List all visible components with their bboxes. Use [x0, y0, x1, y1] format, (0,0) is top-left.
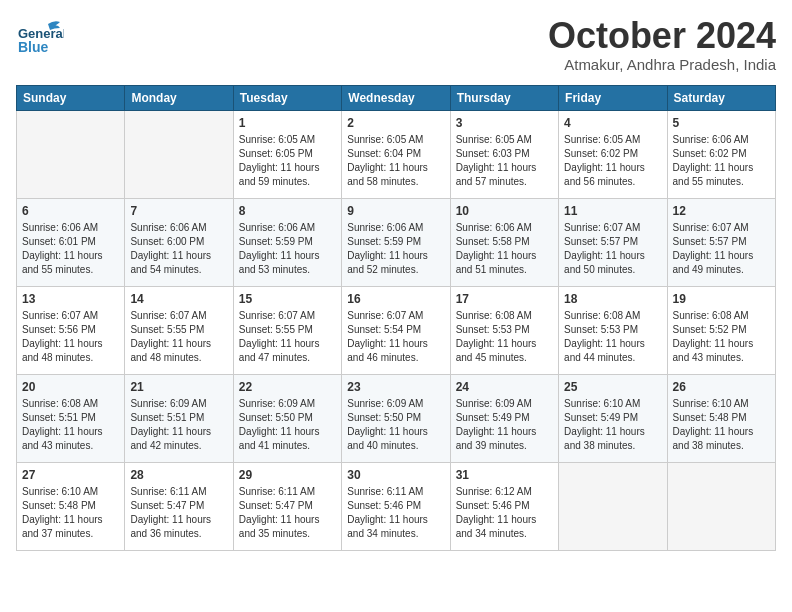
weekday-header-thursday: Thursday: [450, 85, 558, 110]
day-info: Sunset: 5:54 PM: [347, 323, 444, 337]
day-number: 17: [456, 291, 553, 308]
day-info: Sunset: 5:59 PM: [239, 235, 336, 249]
day-number: 18: [564, 291, 661, 308]
logo: General Blue: [16, 16, 64, 64]
day-info: Daylight: 11 hours and 34 minutes.: [347, 513, 444, 541]
weekday-header-monday: Monday: [125, 85, 233, 110]
day-info: Sunrise: 6:09 AM: [456, 397, 553, 411]
day-info: Sunrise: 6:05 AM: [564, 133, 661, 147]
day-info: Sunrise: 6:10 AM: [564, 397, 661, 411]
day-info: Sunrise: 6:06 AM: [347, 221, 444, 235]
day-info: Sunrise: 6:09 AM: [130, 397, 227, 411]
calendar-cell: 18Sunrise: 6:08 AMSunset: 5:53 PMDayligh…: [559, 286, 667, 374]
calendar-cell: 7Sunrise: 6:06 AMSunset: 6:00 PMDaylight…: [125, 198, 233, 286]
weekday-header-saturday: Saturday: [667, 85, 775, 110]
day-info: Sunset: 6:02 PM: [564, 147, 661, 161]
svg-text:Blue: Blue: [18, 39, 49, 55]
day-number: 6: [22, 203, 119, 220]
day-info: Sunrise: 6:09 AM: [347, 397, 444, 411]
calendar-cell: [17, 110, 125, 198]
day-number: 14: [130, 291, 227, 308]
day-info: Daylight: 11 hours and 54 minutes.: [130, 249, 227, 277]
day-info: Daylight: 11 hours and 59 minutes.: [239, 161, 336, 189]
day-info: Sunrise: 6:06 AM: [239, 221, 336, 235]
day-info: Sunset: 5:56 PM: [22, 323, 119, 337]
calendar-cell: 6Sunrise: 6:06 AMSunset: 6:01 PMDaylight…: [17, 198, 125, 286]
calendar-week-4: 20Sunrise: 6:08 AMSunset: 5:51 PMDayligh…: [17, 374, 776, 462]
weekday-header-friday: Friday: [559, 85, 667, 110]
day-info: Sunset: 5:53 PM: [564, 323, 661, 337]
calendar-cell: 4Sunrise: 6:05 AMSunset: 6:02 PMDaylight…: [559, 110, 667, 198]
day-info: Sunset: 5:47 PM: [239, 499, 336, 513]
day-info: Sunrise: 6:06 AM: [130, 221, 227, 235]
day-info: Daylight: 11 hours and 46 minutes.: [347, 337, 444, 365]
calendar-cell: 30Sunrise: 6:11 AMSunset: 5:46 PMDayligh…: [342, 462, 450, 550]
calendar-cell: 14Sunrise: 6:07 AMSunset: 5:55 PMDayligh…: [125, 286, 233, 374]
day-number: 10: [456, 203, 553, 220]
day-info: Sunset: 6:02 PM: [673, 147, 770, 161]
day-number: 5: [673, 115, 770, 132]
calendar-week-1: 1Sunrise: 6:05 AMSunset: 6:05 PMDaylight…: [17, 110, 776, 198]
calendar-cell: 8Sunrise: 6:06 AMSunset: 5:59 PMDaylight…: [233, 198, 341, 286]
day-info: Sunset: 5:57 PM: [673, 235, 770, 249]
day-info: Daylight: 11 hours and 42 minutes.: [130, 425, 227, 453]
day-info: Daylight: 11 hours and 41 minutes.: [239, 425, 336, 453]
day-info: Sunset: 5:48 PM: [22, 499, 119, 513]
day-info: Sunrise: 6:07 AM: [673, 221, 770, 235]
calendar-week-5: 27Sunrise: 6:10 AMSunset: 5:48 PMDayligh…: [17, 462, 776, 550]
day-info: Sunrise: 6:06 AM: [673, 133, 770, 147]
calendar-cell: 21Sunrise: 6:09 AMSunset: 5:51 PMDayligh…: [125, 374, 233, 462]
calendar-cell: 28Sunrise: 6:11 AMSunset: 5:47 PMDayligh…: [125, 462, 233, 550]
calendar-cell: 10Sunrise: 6:06 AMSunset: 5:58 PMDayligh…: [450, 198, 558, 286]
day-info: Sunrise: 6:05 AM: [239, 133, 336, 147]
calendar-cell: 15Sunrise: 6:07 AMSunset: 5:55 PMDayligh…: [233, 286, 341, 374]
calendar-cell: 5Sunrise: 6:06 AMSunset: 6:02 PMDaylight…: [667, 110, 775, 198]
day-info: Sunrise: 6:07 AM: [22, 309, 119, 323]
day-info: Sunrise: 6:06 AM: [456, 221, 553, 235]
day-number: 13: [22, 291, 119, 308]
day-info: Sunset: 5:47 PM: [130, 499, 227, 513]
calendar-cell: 17Sunrise: 6:08 AMSunset: 5:53 PMDayligh…: [450, 286, 558, 374]
calendar-cell: 12Sunrise: 6:07 AMSunset: 5:57 PMDayligh…: [667, 198, 775, 286]
day-info: Daylight: 11 hours and 48 minutes.: [22, 337, 119, 365]
day-info: Sunrise: 6:08 AM: [22, 397, 119, 411]
weekday-header-wednesday: Wednesday: [342, 85, 450, 110]
day-number: 22: [239, 379, 336, 396]
day-number: 3: [456, 115, 553, 132]
day-number: 20: [22, 379, 119, 396]
weekday-header-sunday: Sunday: [17, 85, 125, 110]
day-info: Sunset: 5:49 PM: [564, 411, 661, 425]
calendar-cell: 2Sunrise: 6:05 AMSunset: 6:04 PMDaylight…: [342, 110, 450, 198]
day-info: Sunset: 6:05 PM: [239, 147, 336, 161]
day-number: 1: [239, 115, 336, 132]
day-info: Sunrise: 6:11 AM: [347, 485, 444, 499]
calendar-cell: 19Sunrise: 6:08 AMSunset: 5:52 PMDayligh…: [667, 286, 775, 374]
day-info: Sunrise: 6:06 AM: [22, 221, 119, 235]
day-info: Daylight: 11 hours and 37 minutes.: [22, 513, 119, 541]
day-number: 7: [130, 203, 227, 220]
day-info: Sunrise: 6:11 AM: [239, 485, 336, 499]
day-info: Daylight: 11 hours and 47 minutes.: [239, 337, 336, 365]
day-info: Daylight: 11 hours and 44 minutes.: [564, 337, 661, 365]
day-info: Sunset: 5:49 PM: [456, 411, 553, 425]
day-info: Daylight: 11 hours and 36 minutes.: [130, 513, 227, 541]
calendar-cell: [125, 110, 233, 198]
day-number: 30: [347, 467, 444, 484]
day-number: 27: [22, 467, 119, 484]
day-info: Sunset: 5:59 PM: [347, 235, 444, 249]
calendar-cell: 11Sunrise: 6:07 AMSunset: 5:57 PMDayligh…: [559, 198, 667, 286]
day-info: Sunset: 5:51 PM: [22, 411, 119, 425]
day-number: 2: [347, 115, 444, 132]
day-info: Daylight: 11 hours and 45 minutes.: [456, 337, 553, 365]
day-info: Daylight: 11 hours and 53 minutes.: [239, 249, 336, 277]
day-info: Sunset: 6:01 PM: [22, 235, 119, 249]
calendar-header-row: SundayMondayTuesdayWednesdayThursdayFrid…: [17, 85, 776, 110]
day-number: 9: [347, 203, 444, 220]
day-info: Daylight: 11 hours and 57 minutes.: [456, 161, 553, 189]
calendar-cell: [667, 462, 775, 550]
day-info: Daylight: 11 hours and 35 minutes.: [239, 513, 336, 541]
month-title: October 2024: [548, 16, 776, 56]
day-info: Sunrise: 6:10 AM: [673, 397, 770, 411]
day-info: Daylight: 11 hours and 55 minutes.: [673, 161, 770, 189]
day-number: 4: [564, 115, 661, 132]
